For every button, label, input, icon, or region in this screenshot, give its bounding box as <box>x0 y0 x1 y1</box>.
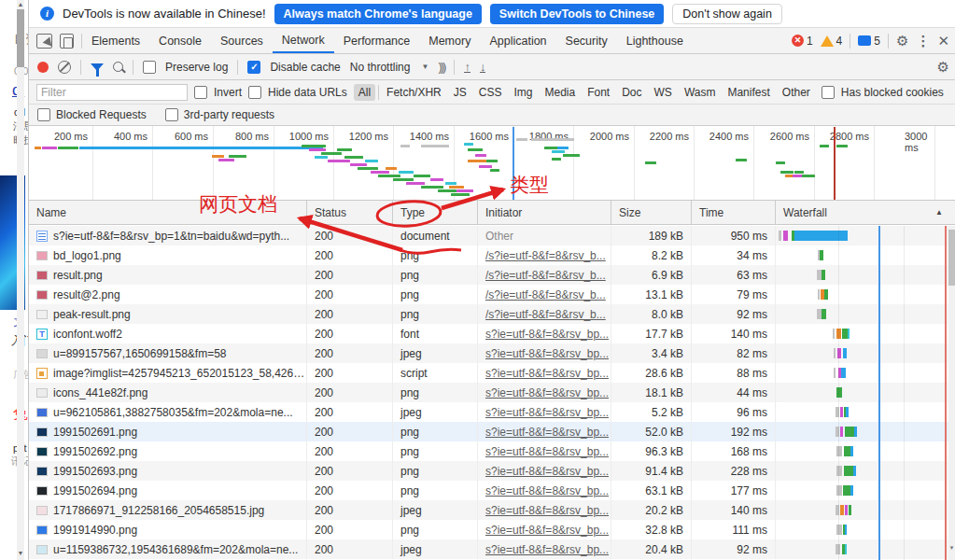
table-row[interactable]: Ticonfont.woff2200fonts?ie=utf-8&f=8&rsv… <box>29 324 955 343</box>
table-scroll-down-icon[interactable]: ▼ <box>948 545 955 551</box>
table-row[interactable]: 1991502694.png200pngs?ie=utf-8&f=8&rsv_b… <box>29 481 955 500</box>
invert-checkbox[interactable] <box>194 86 207 99</box>
tab-security[interactable]: Security <box>556 28 617 53</box>
filter-chip-doc[interactable]: Doc <box>617 84 646 101</box>
filter-chip-font[interactable]: Font <box>583 84 614 101</box>
tab-performance[interactable]: Performance <box>334 28 420 53</box>
import-har-icon[interactable]: ↑ <box>464 62 470 73</box>
page-scrollbar[interactable] <box>17 0 24 560</box>
has-blocked-cookies-checkbox[interactable] <box>822 86 835 99</box>
tab-console[interactable]: Console <box>149 28 211 53</box>
hide-data-urls-checkbox[interactable] <box>248 86 261 99</box>
initiator-link[interactable]: s?ie=utf-8&f=8&rsv_bp... <box>485 465 609 478</box>
table-row[interactable]: u=899157567,1650699158&fm=58200jpegs?ie=… <box>29 343 955 363</box>
table-scrollbar-thumb[interactable] <box>948 230 955 286</box>
table-row[interactable]: peak-result.png200png/s?ie=utf-8&f=8&rsv… <box>29 304 955 324</box>
initiator-link[interactable]: s?ie=utf-8&f=8&rsv_bp... <box>485 504 609 517</box>
network-overview[interactable]: 200 ms400 ms600 ms800 ms1000 ms1200 ms14… <box>29 126 955 201</box>
table-row[interactable]: u=962105861,3882758035&fm=202&mola=ne...… <box>29 402 955 422</box>
kebab-menu-icon[interactable]: ⋮ <box>916 34 930 48</box>
table-row[interactable]: result@2.png200png/s?ie=utf-8&f=8&rsv_b.… <box>29 285 955 304</box>
export-har-icon[interactable]: ↓ <box>480 62 486 73</box>
overview-gridline <box>393 126 394 200</box>
error-badge[interactable]: ✕ 1 <box>792 35 813 48</box>
preserve-log-checkbox[interactable] <box>143 61 156 74</box>
third-party-checkbox[interactable] <box>165 108 178 121</box>
tab-elements[interactable]: Elements <box>82 28 149 53</box>
column-header-type[interactable]: Type <box>393 201 478 224</box>
filter-chip-other[interactable]: Other <box>778 84 815 101</box>
issues-badge[interactable]: 5 <box>858 35 880 48</box>
network-conditions-icon[interactable]: ))) <box>438 60 444 74</box>
table-row[interactable]: 1991502692.png200pngs?ie=utf-8&f=8&rsv_b… <box>29 441 955 461</box>
initiator-link[interactable]: s?ie=utf-8&f=8&rsv_bp... <box>485 328 609 341</box>
record-icon[interactable] <box>37 62 49 73</box>
blocked-requests-checkbox[interactable] <box>37 108 50 121</box>
device-toolbar-icon[interactable] <box>60 34 74 49</box>
table-row[interactable]: 1991502691.png200pngs?ie=utf-8&f=8&rsv_b… <box>29 422 955 441</box>
column-header-waterfall[interactable]: Waterfall ▲ <box>776 201 955 224</box>
filter-input[interactable] <box>36 84 188 101</box>
filter-chip-css[interactable]: CSS <box>474 84 507 101</box>
initiator-link[interactable]: s?ie=utf-8&f=8&rsv_bp... <box>485 484 609 497</box>
settings-gear-icon[interactable]: ⚙ <box>896 34 908 48</box>
initiator-link[interactable]: /s?ie=utf-8&f=8&rsv_b... <box>485 288 606 301</box>
page-scrollbar-thumb[interactable] <box>17 9 24 67</box>
filter-chip-js[interactable]: JS <box>449 84 471 101</box>
column-header-name[interactable]: Name <box>29 201 307 224</box>
table-row[interactable]: image?imglist=4257945213_652015123_58,42… <box>29 363 955 383</box>
table-row[interactable]: u=1159386732,1954361689&fm=202&mola=ne..… <box>29 539 955 559</box>
filter-chip-fetchxhr[interactable]: Fetch/XHR <box>382 84 446 101</box>
initiator-link[interactable]: /s?ie=utf-8&f=8&rsv_b... <box>485 269 606 282</box>
table-row[interactable]: 1991914990.png200pngs?ie=utf-8&f=8&rsv_b… <box>29 520 955 539</box>
tab-network[interactable]: Network <box>273 28 334 53</box>
column-header-size[interactable]: Size <box>611 201 692 224</box>
table-row[interactable]: 1717866971_912258166_2054658515.jpg200jp… <box>29 500 955 520</box>
tab-memory[interactable]: Memory <box>419 28 480 53</box>
page-scroll-up-icon[interactable]: ▲ <box>17 1 24 7</box>
clear-icon[interactable] <box>58 61 71 74</box>
filter-chip-all[interactable]: All <box>354 84 375 101</box>
tab-lighthouse[interactable]: Lighthouse <box>617 28 693 53</box>
chevron-down-icon[interactable]: ▼ <box>421 63 428 71</box>
tab-application[interactable]: Application <box>480 28 555 53</box>
match-language-button[interactable]: Always match Chrome's language <box>274 4 482 24</box>
disable-cache-checkbox[interactable]: ✓ <box>247 61 260 74</box>
initiator-link[interactable]: s?ie=utf-8&f=8&rsv_bp... <box>485 367 609 380</box>
column-header-initiator[interactable]: Initiator <box>478 201 611 224</box>
page-scroll-down-icon[interactable]: ▼ <box>17 550 24 556</box>
filter-chip-manifest[interactable]: Manifest <box>723 84 774 101</box>
overview-gridline <box>634 126 635 200</box>
column-header-status[interactable]: Status <box>307 201 393 224</box>
initiator-link[interactable]: s?ie=utf-8&f=8&rsv_bp... <box>485 426 609 439</box>
switch-to-chinese-button[interactable]: Switch DevTools to Chinese <box>490 4 664 24</box>
warning-badge[interactable]: 4 <box>821 35 843 48</box>
column-header-time[interactable]: Time <box>692 201 776 224</box>
tab-sources[interactable]: Sources <box>211 28 273 53</box>
filter-funnel-icon[interactable] <box>91 63 104 71</box>
initiator-link[interactable]: s?ie=utf-8&f=8&rsv_bp... <box>485 386 609 399</box>
initiator-link[interactable]: s?ie=utf-8&f=8&rsv_bp... <box>485 543 609 556</box>
initiator-link[interactable]: s?ie=utf-8&f=8&rsv_bp... <box>485 445 609 458</box>
filter-chip-wasm[interactable]: Wasm <box>680 84 721 101</box>
initiator-link[interactable]: s?ie=utf-8&f=8&rsv_bp... <box>485 406 609 419</box>
filter-chip-media[interactable]: Media <box>540 84 580 101</box>
filter-chip-img[interactable]: Img <box>509 84 537 101</box>
network-settings-gear-icon[interactable]: ⚙ <box>937 60 949 74</box>
throttling-select[interactable]: No throttling <box>350 61 411 74</box>
table-row[interactable]: s?ie=utf-8&f=8&rsv_bp=1&tn=baidu&wd=pyth… <box>29 226 955 245</box>
dont-show-again-button[interactable]: Don't show again <box>672 4 782 24</box>
initiator-link[interactable]: /s?ie=utf-8&f=8&rsv_b... <box>485 249 606 262</box>
inspect-icon[interactable] <box>36 34 52 49</box>
table-row[interactable]: 1991502693.png200pngs?ie=utf-8&f=8&rsv_b… <box>29 461 955 481</box>
search-icon[interactable] <box>113 62 123 72</box>
initiator-link[interactable]: /s?ie=utf-8&f=8&rsv_b... <box>485 308 606 321</box>
cell-waterfall <box>776 324 949 343</box>
initiator-link[interactable]: s?ie=utf-8&f=8&rsv_bp... <box>485 347 609 360</box>
table-row[interactable]: bd_logo1.png200png/s?ie=utf-8&f=8&rsv_b.… <box>29 245 955 265</box>
close-icon[interactable]: ✕ <box>937 34 949 48</box>
table-row[interactable]: icons_441e82f.png200pngs?ie=utf-8&f=8&rs… <box>29 383 955 402</box>
table-row[interactable]: result.png200png/s?ie=utf-8&f=8&rsv_b...… <box>29 265 955 285</box>
filter-chip-ws[interactable]: WS <box>650 84 677 101</box>
initiator-link[interactable]: s?ie=utf-8&f=8&rsv_bp... <box>485 524 609 537</box>
